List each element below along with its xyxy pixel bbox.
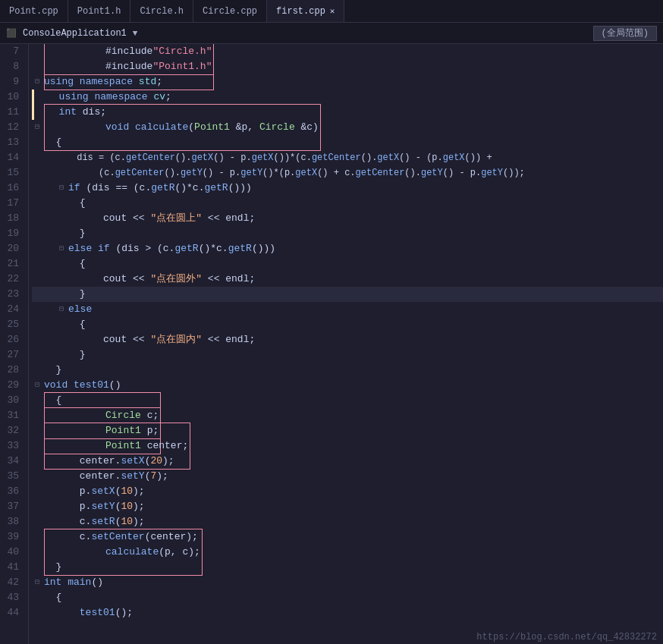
line-35: center.setY(7); (32, 469, 663, 484)
line-24: ⊟ else (32, 302, 663, 317)
fold-icon-42[interactable]: ⊟ (32, 577, 42, 588)
line-numbers: 7 8 9 10 11 12 13 14 15 16 17 18 19 20 2… (0, 44, 29, 644)
dropdown-arrow[interactable]: ▼ (133, 29, 138, 38)
line-13: { (32, 135, 663, 150)
line-15: (c.getCenter().getY() - p.getY()*(p.getX… (32, 165, 663, 181)
url-watermark: https://blog.csdn.net/qq_42832272 (476, 632, 657, 642)
line-18: cout << "点在圆上" << endl; (32, 211, 663, 226)
line-44: test01(); (32, 605, 663, 620)
line-22: cout << "点在圆外" << endl; (32, 272, 663, 287)
project-name: ConsoleApplication1 (23, 28, 127, 39)
line-17: { (32, 196, 663, 211)
fold-icon-20[interactable]: ⊟ (56, 243, 67, 254)
line-33: Point1 center; (32, 438, 663, 454)
line-42: ⊟ int main() (32, 575, 663, 590)
line-14: dis = (c.getCenter().getX() - p.getX())*… (32, 150, 663, 165)
line-19: } (32, 226, 663, 241)
tab-bar: Point.cpp Point1.h Circle.h Circle.cpp f… (0, 0, 663, 23)
tab-point-cpp[interactable]: Point.cpp (0, 0, 68, 22)
scope-selector[interactable]: (全局范围) (593, 27, 657, 39)
line-29: ⊟ void test01() (32, 378, 663, 393)
line-43: { (32, 590, 663, 605)
fold-icon-12[interactable]: ⊟ (32, 122, 42, 133)
line-21: { (32, 256, 663, 272)
fold-icon-24[interactable]: ⊟ (56, 304, 67, 315)
fold-icon-29[interactable]: ⊟ (32, 380, 42, 391)
line-16: ⊟ if (dis == (c.getR()*c.getR())) (32, 181, 663, 196)
line-36: p.setX(10); (32, 484, 663, 499)
line-40: calculate(p, c); (32, 545, 663, 560)
line-9: ⊟ using namespace std; (32, 74, 663, 90)
tab-circle-cpp[interactable]: Circle.cpp (193, 0, 267, 22)
fold-icon-9[interactable]: ⊟ (32, 77, 42, 87)
line-34: center.setX(20); (32, 454, 663, 469)
fold-icon-16[interactable]: ⊟ (56, 183, 67, 193)
code-editor[interactable]: #include"Circle.h" #include"Point1.h" ⊟ … (29, 44, 663, 644)
line-12: ⊟ void calculate(Point1 &p, Circle &c) (32, 120, 663, 135)
tab-modified-marker: ✕ (330, 6, 335, 16)
line-27: } (32, 347, 663, 363)
tab-circle-h[interactable]: Circle.h (130, 0, 193, 22)
line-26: cout << "点在圆内" << endl; (32, 332, 663, 347)
line-41: } (32, 560, 663, 575)
toolbar: ⬛ ConsoleApplication1 ▼ (全局范围) (0, 23, 663, 44)
line-28: } (32, 363, 663, 378)
line-10: using namespace cv; (32, 90, 663, 105)
line-20: ⊟ else if (dis > (c.getR()*c.getR())) (32, 241, 663, 256)
line-23: } (32, 287, 663, 302)
tab-point1-h[interactable]: Point1.h (68, 0, 131, 22)
tab-first-cpp[interactable]: first.cpp ✕ (267, 0, 344, 22)
code-area: 7 8 9 10 11 12 13 14 15 16 17 18 19 20 2… (0, 44, 663, 644)
line-8: #include"Point1.h" (32, 59, 663, 74)
line-38: c.setR(10); (32, 514, 663, 529)
line-37: p.setY(10); (32, 499, 663, 514)
line-25: { (32, 317, 663, 332)
project-icon: ⬛ (6, 28, 17, 38)
